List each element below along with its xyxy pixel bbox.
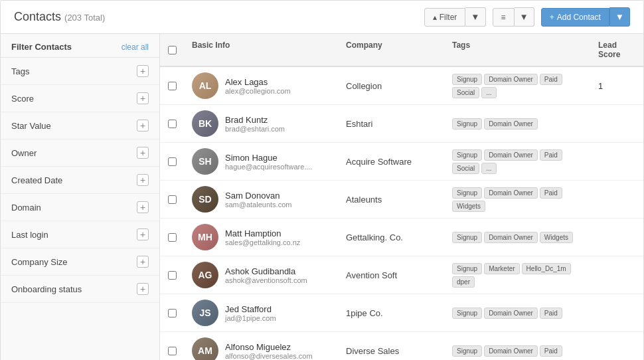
- table-row: AG Ashok Gudibandla ashok@aventionsoft.c…: [160, 256, 643, 294]
- filter-label: Tags: [11, 66, 29, 76]
- filter-item-score[interactable]: Score +: [1, 85, 159, 112]
- filter-item-last-login[interactable]: Last login +: [1, 221, 159, 248]
- row-basic-info: AM Alfonso Miguelez alfonso@diversesales…: [184, 332, 338, 360]
- tag: Signup: [452, 149, 482, 161]
- content-area: Basic Info Company Tags Lead Score AL Al…: [160, 34, 643, 360]
- table-row: BK Brad Kuntz brad@eshtari.com Eshtari S…: [160, 105, 643, 143]
- filter-item-created-date[interactable]: Created Date +: [1, 167, 159, 194]
- contact-email: ashok@aventionsoft.com: [225, 276, 307, 284]
- contact-details: Jed Stafford jad@1pipe.com: [225, 304, 276, 322]
- table-header: Basic Info Company Tags Lead Score: [160, 34, 643, 67]
- contact-count: (203 Total): [64, 13, 105, 23]
- contact-info: MH Matt Hamption sales@gettalking.co.nz: [192, 224, 330, 250]
- contact-details: Ashok Gudibandla ashok@aventionsoft.com: [225, 266, 307, 284]
- tags-list: SignupDomain OwnerPaidWidgets: [452, 187, 582, 212]
- row-basic-info: SD Sam Donovan sam@ataleunts.com: [184, 181, 338, 218]
- filter-item-company-size[interactable]: Company Size +: [1, 248, 159, 276]
- filter-item-tags[interactable]: Tags +: [1, 58, 159, 85]
- row-lead-score: [590, 156, 643, 167]
- tag: Paid: [540, 345, 562, 357]
- row-lead-score: [590, 232, 643, 242]
- expand-icon: +: [137, 174, 149, 186]
- row-basic-info: BK Brad Kuntz brad@eshtari.com: [184, 105, 338, 142]
- filter-label: Star Value: [11, 121, 51, 131]
- expand-icon: +: [137, 120, 149, 132]
- avatar: MH: [192, 224, 218, 250]
- filter-item-onboarding-status[interactable]: Onboarding status +: [1, 276, 159, 303]
- app-container: Contacts (203 Total) ▴ Filter ▼ ≡ ▼ + Ad…: [0, 0, 644, 360]
- row-tags: SignupDomain OwnerPaidSocial...: [444, 68, 590, 104]
- table-row: AL Alex Lagas alex@collegion.com Collegi…: [160, 67, 643, 105]
- tag: Social: [452, 163, 479, 174]
- contact-email: alfonso@diversesales.com: [225, 352, 313, 360]
- contact-details: Brad Kuntz brad@eshtari.com: [225, 115, 285, 133]
- add-contact-button[interactable]: + Add Contact: [541, 8, 609, 27]
- row-checkbox[interactable]: [168, 120, 177, 128]
- row-company: Acquire Software: [338, 151, 444, 172]
- row-checkbox-cell: [160, 266, 184, 285]
- view-dropdown-button[interactable]: ▼: [515, 7, 534, 27]
- expand-icon: +: [137, 201, 149, 213]
- filter-button[interactable]: ▴ Filter: [424, 8, 466, 27]
- row-checkbox-cell: [160, 228, 184, 247]
- row-checkbox[interactable]: [168, 82, 177, 90]
- main-layout: Filter Contacts clear all Tags + Score +…: [1, 34, 643, 360]
- filter-btn-group: ▴ Filter ▼: [424, 7, 486, 27]
- view-btn-group: ≡ ▼: [493, 7, 534, 27]
- row-lead-score: [590, 194, 643, 205]
- row-company: Eshtari: [338, 114, 444, 134]
- tag: Domain Owner: [484, 149, 538, 161]
- row-basic-info: AG Ashok Gudibandla ashok@aventionsoft.c…: [184, 256, 338, 294]
- filter-item-domain[interactable]: Domain +: [1, 194, 159, 221]
- row-basic-info: AL Alex Lagas alex@collegion.com: [184, 67, 338, 104]
- row-company: 1pipe Co.: [338, 303, 444, 323]
- tag: ...: [481, 163, 496, 174]
- header-actions: ▴ Filter ▼ ≡ ▼ + Add Contact ▼: [424, 7, 630, 27]
- row-tags: SignupDomain OwnerPaidSocial...: [444, 144, 590, 179]
- filter-dropdown-button[interactable]: ▼: [465, 7, 485, 27]
- contact-email: hague@acquiresoftware....: [225, 163, 313, 171]
- contact-info: AL Alex Lagas alex@collegion.com: [192, 72, 330, 99]
- add-contact-dropdown-button[interactable]: ▼: [609, 7, 630, 27]
- contact-name: Jed Stafford: [225, 304, 276, 314]
- th-lead-score: Lead Score: [590, 34, 643, 66]
- contact-name: Alfonso Miguelez: [225, 342, 313, 352]
- filter-item-star-value[interactable]: Star Value +: [1, 112, 159, 139]
- filter-label: Company Size: [11, 257, 68, 267]
- contacts-table: Basic Info Company Tags Lead Score AL Al…: [160, 34, 643, 360]
- page-title: Contacts (203 Total): [14, 10, 105, 24]
- filter-item-owner[interactable]: Owner +: [1, 139, 159, 167]
- avatar: SD: [192, 186, 218, 213]
- contact-info: AG Ashok Gudibandla ashok@aventionsoft.c…: [192, 262, 330, 288]
- tag: Signup: [452, 308, 482, 319]
- contact-info: SH Simon Hague hague@acquiresoftware....: [192, 148, 330, 175]
- th-checkbox: [160, 34, 184, 66]
- contact-details: Sam Donovan sam@ataleunts.com: [225, 191, 291, 209]
- tag: dper: [452, 276, 475, 288]
- row-checkbox[interactable]: [168, 233, 177, 242]
- row-checkbox[interactable]: [168, 157, 177, 166]
- clear-all-link[interactable]: clear all: [121, 43, 149, 52]
- view-icon: ≡: [501, 13, 506, 22]
- contact-info: BK Brad Kuntz brad@eshtari.com: [192, 110, 330, 137]
- row-checkbox[interactable]: [168, 347, 177, 355]
- tag: Signup: [452, 232, 482, 243]
- row-company: Collegion: [338, 76, 444, 96]
- tag: Paid: [540, 74, 562, 85]
- row-checkbox[interactable]: [168, 309, 177, 317]
- row-checkbox[interactable]: [168, 195, 177, 204]
- tags-list: SignupDomain Owner: [452, 118, 582, 130]
- row-checkbox-cell: [160, 341, 184, 361]
- view-button[interactable]: ≡: [493, 8, 515, 27]
- avatar: SH: [192, 148, 218, 175]
- select-all-checkbox[interactable]: [168, 46, 177, 54]
- tag: Paid: [540, 308, 562, 319]
- contact-name: Matt Hamption: [225, 228, 300, 238]
- contact-email: sam@ataleunts.com: [225, 201, 291, 209]
- tag: ...: [481, 87, 496, 98]
- tag: Signup: [452, 74, 482, 85]
- row-company: Ataleunts: [338, 189, 444, 210]
- avatar: AL: [192, 72, 218, 99]
- row-checkbox[interactable]: [168, 271, 177, 280]
- tag: Signup: [452, 263, 482, 274]
